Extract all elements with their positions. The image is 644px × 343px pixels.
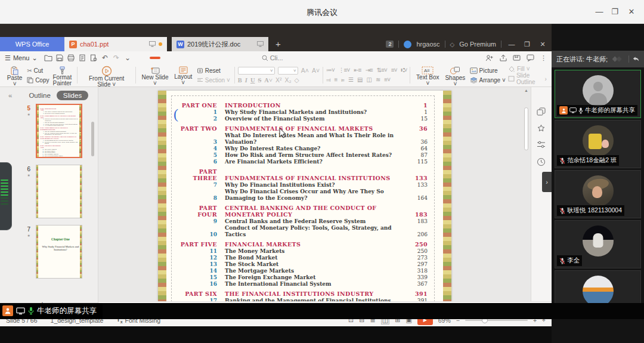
font-family-select[interactable]: ˅ (238, 67, 275, 75)
comment-icon[interactable] (527, 54, 534, 61)
ribbon-tab[interactable] (233, 57, 244, 59)
participant-tile[interactable]: 李全 (555, 220, 641, 268)
toc-textbox[interactable]: PART ONEINTRODUCTION11Why Study Financia… (178, 99, 428, 301)
back-arrow-icon[interactable] (633, 55, 639, 63)
ribbon-tab[interactable] (174, 57, 184, 59)
wps-restore-icon[interactable]: ❐ (522, 41, 532, 48)
align-right-button[interactable]: ⫢ (341, 76, 344, 84)
bullets-button[interactable]: ≔˅ (326, 67, 335, 73)
wps-home-tab[interactable]: WPS Office (0, 37, 64, 51)
save-icon[interactable] (55, 53, 65, 63)
slide-thumbnail-7[interactable]: Chapter One Why Study Financial Markets … (36, 225, 82, 279)
menu-button[interactable]: ☰ Menu ⌄ (5, 54, 38, 62)
reset-button[interactable]: Reset (196, 67, 231, 74)
ribbon-tab[interactable] (185, 57, 196, 59)
section-button[interactable]: Section ˅ (196, 77, 231, 84)
slide-canvas[interactable]: ( PART ONEINTRODUCTION11Why Study Financ… (98, 87, 531, 301)
ribbon-tab[interactable] (245, 57, 256, 59)
doc-tab-active[interactable]: P cha01.ppt (64, 37, 167, 51)
collapse-panel-icon[interactable]: « (8, 92, 12, 99)
account-name[interactable]: hrgaosc (416, 41, 439, 48)
increase-indent-button[interactable]: ⇥≡ (366, 67, 373, 73)
go-premium-button[interactable]: Go Premium (459, 41, 496, 48)
italic-button[interactable]: I (245, 77, 247, 84)
numbering-button[interactable]: ⋮≡˅ (339, 67, 350, 73)
tab-slides[interactable]: Slides (57, 91, 88, 100)
ribbon-tab[interactable] (197, 57, 208, 59)
tab-outline[interactable]: Outline (29, 92, 50, 99)
paste-button[interactable]: Paste ˅ (4, 66, 26, 85)
shrink-font-button[interactable]: A˅ (312, 67, 320, 74)
output-icon[interactable] (66, 53, 76, 63)
effects-icon[interactable] (537, 124, 546, 133)
picture-button[interactable]: Picture (469, 67, 507, 74)
text-direction-button[interactable]: ≋ (376, 76, 380, 84)
undo-icon[interactable]: ↶ (100, 53, 110, 63)
superscript-button[interactable]: X² (275, 76, 282, 84)
participant-tile[interactable]: 牛老师的屏幕共享 (555, 70, 641, 118)
wps-minimize-icon[interactable]: — (506, 41, 517, 48)
paren-shape[interactable]: ( (174, 106, 178, 122)
merge-button[interactable]: ⑆˅ (401, 67, 407, 73)
grow-font-button[interactable]: A˄ (301, 67, 309, 74)
slide-thumbnail-6[interactable] (36, 165, 82, 218)
fill-button[interactable]: Fill ˅ (507, 66, 548, 72)
quickbar-more-icon[interactable]: ⌄ (123, 53, 133, 63)
object-layers-icon[interactable] (537, 107, 546, 116)
scroll-up-icon[interactable]: ▲ (524, 88, 529, 92)
align-center-button[interactable]: ≡ (334, 76, 337, 84)
slide-outline-button[interactable]: Slide Outline › (507, 72, 548, 85)
ribbon-tab[interactable] (221, 57, 232, 59)
panel-scrollbar[interactable] (91, 122, 94, 156)
bold-button[interactable]: B (238, 77, 242, 84)
ribbon-tab[interactable] (162, 57, 172, 59)
account-avatar[interactable] (404, 41, 411, 48)
redo-icon[interactable]: ↷ (112, 53, 122, 63)
open-icon[interactable] (44, 53, 54, 63)
expand-pane-button[interactable]: › (542, 172, 552, 192)
close-icon[interactable]: ✕ (625, 6, 638, 18)
shapes-button[interactable]: Shapes ˅ (442, 66, 468, 85)
cut-button[interactable]: ✂Cut (26, 67, 50, 74)
share-icon[interactable] (499, 54, 507, 61)
new-slide-button[interactable]: New Slide ˅ (139, 66, 171, 85)
maximize-icon[interactable]: ❐ (608, 6, 621, 18)
subscript-button[interactable]: X₂ (284, 76, 291, 84)
strike-button[interactable]: S (258, 77, 261, 84)
participant-tile[interactable]: 耿瑶悦 1821130004 (555, 170, 641, 218)
align-left-button[interactable]: ⫤ (326, 76, 330, 84)
mic-volume-widget[interactable] (0, 162, 12, 230)
save-version-icon[interactable] (513, 54, 521, 61)
slide-thumbnail-5[interactable]: PART ONEINTRODUCTION11Why Study Financia… (36, 104, 82, 158)
underline-button[interactable]: U (250, 77, 255, 84)
distribute-button[interactable]: ▤ (357, 76, 362, 84)
from-current-slide-button[interactable]: From Current Slide ˅ (80, 66, 132, 85)
more-options-icon[interactable]: ⋮ (540, 54, 547, 62)
scrollbar-thumb[interactable] (524, 107, 528, 150)
canvas-scrollbar[interactable]: ▲ (524, 88, 529, 301)
invite-user-icon[interactable] (485, 54, 493, 61)
current-slide[interactable]: ( PART ONEINTRODUCTION11Why Study Financ… (158, 91, 451, 301)
doc-tab-inactive[interactable]: W 2019统计公报.doc (172, 37, 268, 51)
clear-format-button[interactable]: ◇ (294, 76, 299, 84)
zoom-slider[interactable] (465, 320, 528, 321)
copy-button[interactable]: Copy (26, 77, 50, 84)
doc-count-badge[interactable]: 2 (386, 41, 394, 48)
minimize-icon[interactable]: — (593, 6, 606, 18)
wps-close-icon[interactable]: ✕ (537, 41, 548, 48)
arrange-button[interactable]: Arrange ˅ (469, 77, 507, 84)
font-color-button[interactable]: A˅ (264, 77, 273, 84)
font-size-select[interactable]: ˅ (278, 67, 298, 75)
new-tab-button[interactable]: + (268, 37, 288, 51)
para-more-button[interactable]: ≡˅ (384, 76, 390, 84)
justify-button[interactable]: ☰ (348, 76, 353, 84)
preview-icon[interactable] (89, 53, 99, 63)
ribbon-tab[interactable] (150, 57, 160, 59)
ribbon-search[interactable]: Cli... (262, 54, 283, 61)
history-icon[interactable] (537, 157, 546, 166)
layout-button[interactable]: Layout ˅ (171, 66, 196, 85)
text-align-button[interactable]: ≡˅ (391, 67, 397, 73)
line-spacing-button[interactable]: ⇅≡˅ (377, 67, 387, 73)
text-box-button[interactable]: A≡ Text Box ˅ (413, 66, 442, 85)
format-painter-button[interactable]: FormatPainter (50, 66, 74, 85)
